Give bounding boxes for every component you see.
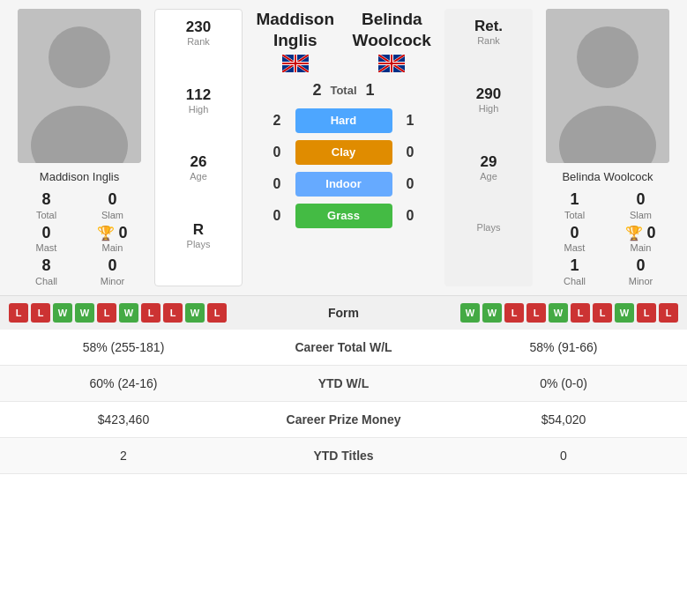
surface-hard-left: 2	[266, 113, 288, 129]
player2-trophy-icon: 🏆	[625, 225, 643, 241]
form-badge-w: W	[549, 303, 568, 323]
player1-form: LLWWLWLLWL	[9, 303, 300, 323]
middle-comparison: Maddison Inglis	[247, 9, 440, 286]
player1-main-label: Main	[84, 242, 141, 253]
total-left: 2	[312, 81, 321, 100]
form-badge-l: L	[504, 303, 524, 323]
total-row: 2 Total 1	[312, 81, 374, 100]
player2-main-cell: 🏆 0 Main	[612, 224, 669, 254]
form-section: LLWWLWLLWL Form WWLLWLLWLL	[0, 295, 687, 330]
surface-row-clay: 0Clay0	[247, 140, 440, 165]
surface-grass-left: 0	[266, 208, 288, 224]
surface-clay-left: 0	[266, 145, 288, 160]
player2-mast: 0	[546, 224, 603, 243]
player1-stats-card: 230 Rank 112 High 26 Age R Plays	[154, 9, 243, 286]
player1-avatar	[18, 9, 141, 163]
player2-main-label: Main	[612, 242, 669, 253]
player2-high-label: High	[476, 103, 501, 114]
player1-name: Maddison Inglis	[40, 170, 119, 183]
stats-row-0-right: 58% (91-66)	[440, 330, 687, 366]
player1-minor: 0	[84, 256, 141, 276]
player2-minor-label: Minor	[612, 276, 669, 286]
player2-form: WWLLWLLWLL	[388, 303, 679, 323]
surface-row-indoor: 0Indoor0	[247, 172, 440, 197]
form-label: Form	[300, 306, 388, 320]
player2-rank: Ret.	[474, 18, 503, 35]
player2-slam: 0	[612, 190, 669, 210]
player1-minor-cell: 0 Minor	[84, 256, 141, 286]
stats-row-1-label: YTD W/L	[247, 365, 440, 401]
player2-high-cell: 290 High	[476, 85, 501, 141]
player2-header: Belinda Woolcock	[344, 9, 441, 76]
player1-high-cell: 112 High	[186, 86, 211, 142]
player1-slam-cell: 0 Slam	[84, 190, 141, 220]
player1-mast-label: Mast	[18, 242, 75, 253]
stats-row-2-right: $54,020	[440, 401, 687, 437]
player1-flag	[282, 55, 309, 72]
form-badge-l: L	[637, 303, 656, 323]
player2-rank-label: Rank	[474, 35, 503, 46]
svg-point-22	[577, 26, 638, 88]
stats-table-row: 58% (255-181)Career Total W/L58% (91-66)	[0, 330, 687, 366]
stats-row-2-left: $423,460	[0, 401, 247, 437]
form-badge-l: L	[593, 303, 612, 323]
player1-age: 26	[190, 153, 207, 171]
form-badge-w: W	[615, 303, 634, 323]
player1-mast: 0	[18, 224, 75, 243]
player2-header-name: Belinda Woolcock	[344, 9, 441, 51]
stats-row-1-left: 60% (24-16)	[0, 365, 247, 401]
surface-hard-btn[interactable]: Hard	[295, 108, 392, 133]
form-badge-l: L	[526, 303, 546, 323]
player2-age: 29	[480, 153, 497, 171]
player2-rank-cell: Ret. Rank	[474, 18, 503, 73]
form-badge-l: L	[207, 303, 227, 323]
player1-rank: 230	[186, 19, 211, 36]
player1-rank-label: Rank	[186, 36, 211, 47]
main-container: Maddison Inglis 8 Total 0 Slam 0 Mast �	[0, 0, 687, 474]
surface-clay-btn[interactable]: Clay	[295, 140, 392, 165]
stats-row-2-label: Career Prize Money	[247, 401, 440, 437]
player1-age-label: Age	[190, 171, 207, 182]
form-badge-l: L	[163, 303, 183, 323]
player2-name: Belinda Woolcock	[562, 170, 653, 183]
stats-row-3-label: YTD Titles	[247, 437, 440, 473]
form-badge-w: W	[185, 303, 205, 323]
player2-high: 290	[476, 85, 501, 103]
player2-mast-cell: 0 Mast	[546, 224, 603, 254]
player1-trophy-icon: 🏆	[97, 225, 115, 241]
player1-high: 112	[186, 86, 211, 104]
form-badge-l: L	[9, 303, 28, 323]
form-badge-w: W	[460, 303, 480, 323]
player2-total-label: Total	[546, 210, 603, 220]
stats-table-row: $423,460Career Prize Money$54,020	[0, 401, 687, 437]
form-badge-w: W	[482, 303, 502, 323]
player1-header: Maddison Inglis	[247, 9, 344, 76]
player2-plays-label: Plays	[477, 222, 501, 233]
surface-row-grass: 0Grass0	[247, 204, 440, 228]
player1-header-name: Maddison Inglis	[247, 9, 344, 51]
player2-slam-cell: 0 Slam	[612, 190, 669, 220]
form-badge-w: W	[119, 303, 138, 323]
player2-chall: 1	[546, 256, 603, 276]
total-label: Total	[330, 84, 356, 97]
player1-main-cell: 🏆 0 Main	[84, 224, 141, 254]
player2-total-cell: 1 Total	[546, 190, 603, 220]
player1-total-cell: 8 Total	[18, 190, 75, 220]
form-badge-w: W	[75, 303, 94, 323]
stats-table-row: 2YTD Titles0	[0, 437, 687, 473]
player1-total: 8	[18, 190, 75, 210]
surface-grass-right: 0	[400, 208, 422, 224]
player1-total-label: Total	[18, 210, 75, 220]
player2-flag	[378, 55, 405, 72]
form-badge-l: L	[31, 303, 50, 323]
surface-grass-btn[interactable]: Grass	[295, 204, 392, 228]
player2-block: Belinda Woolcock 1 Total 0 Slam 0 Mast	[537, 9, 678, 286]
player2-age-cell: 29 Age	[480, 153, 497, 209]
surface-indoor-btn[interactable]: Indoor	[295, 172, 392, 197]
surface-clay-right: 0	[400, 145, 422, 160]
form-badge-w: W	[53, 303, 72, 323]
surface-rows: 2Hard10Clay00Indoor00Grass0	[247, 108, 440, 228]
player2-minor: 0	[612, 256, 669, 276]
player1-slam: 0	[84, 190, 141, 210]
career-stats-table: 58% (255-181)Career Total W/L58% (91-66)…	[0, 330, 687, 474]
